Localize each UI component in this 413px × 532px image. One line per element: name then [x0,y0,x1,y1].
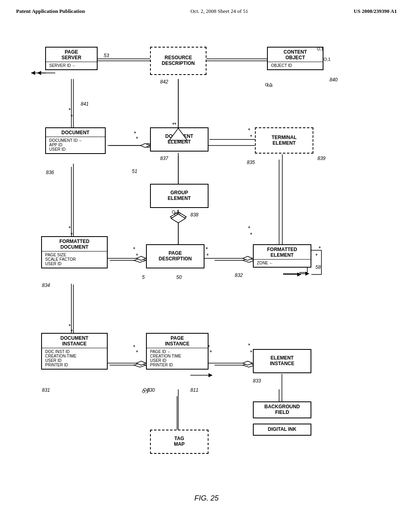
svg-text:O,1: O,1 [323,57,331,62]
label-838: 838 [190,212,198,218]
svg-marker-27 [209,373,213,377]
label-841: 841 [81,101,89,107]
document-title: DOCUMENT [49,130,102,135]
header-left: Patent Application Publication [16,8,85,15]
svg-text:*: * [69,107,71,113]
tag-map-title: TAGMAP [174,436,185,447]
element-instance-title: ELEMENTINSTANCE [270,355,294,366]
background-field-box: BACKGROUNDFIELD [253,401,311,418]
digital-ink-box: DIGITAL INK [253,424,311,436]
page-instance-fields: PAGE ID ←CREATION TIMEUSER IDPRINTER ID [150,349,204,367]
page-description-title: PAGEDESCRIPTION [159,250,192,262]
label-5: 5 [142,274,145,280]
svg-marker-30 [297,272,301,276]
svg-text:*: * [248,342,250,349]
header-center: Oct. 2, 2008 Sheet 24 of 51 [190,8,248,15]
label-836: 836 [46,170,54,175]
resource-description-box: RESOURCEDESCRIPTION [150,47,206,75]
page-instance-title: PAGEINSTANCE [150,335,204,347]
svg-marker-36 [31,71,35,75]
document-box: DOCUMENT DOCUMENT ID ←APP IDUSER ID [45,127,106,154]
page: Patent Application Publication Oct. 2, 2… [0,0,413,532]
label-58: 58 [315,264,321,270]
content-object-title: CONTENTOBJECT [271,49,319,60]
svg-text:*: * [69,225,71,231]
label-833-bottom: 833 [253,378,261,384]
label-832: 832 [235,272,243,278]
svg-marker-22 [134,363,146,367]
formatted-element-title: FORMATTEDELEMENT [257,247,307,258]
label-839: 839 [317,156,325,161]
label-51: 51 [132,168,137,174]
document-instance-fields: DOC INST IDCREATION TIMEUSER IDPRINTER I… [45,349,104,367]
content-object-box: O,1 CONTENTOBJECT OBJECT ID [267,47,323,70]
page-header: Patent Application Publication Oct. 2, 2… [16,8,397,15]
svg-marker-61 [243,361,252,365]
document-instance-box: DOCUMENTINSTANCE DOC INST IDCREATION TIM… [41,333,108,370]
group-element-title: GROUPELEMENT [168,190,191,201]
document-instance-title: DOCUMENTINSTANCE [45,335,104,347]
background-field-title: BACKGROUNDFIELD [265,404,300,415]
formatted-document-box: FORMATTEDDOCUMENT PAGE SIZESCALE FACTORU… [41,236,108,268]
document-element-title: DOCUMENTELEMENT [165,133,193,145]
svg-marker-40 [140,143,150,148]
label-811: 811 [190,387,198,393]
diagram: PAGESERVER SERVER ID ← 53 RESOURCEDESCRI… [17,27,396,490]
formatted-element-fields: ZONE ← [257,261,307,265]
svg-marker-59 [136,361,146,365]
label-831: 831 [42,387,50,393]
label-53: 53 [104,53,109,58]
label-837: 837 [160,156,168,161]
svg-text:*: * [133,246,136,252]
digital-ink-title: DIGITAL INK [268,426,296,432]
label-835: 835 [247,160,255,165]
document-fields: DOCUMENT ID ←APP IDUSER ID [49,138,102,152]
svg-marker-52 [243,256,252,260]
svg-marker-13 [134,258,146,262]
resource-description-title: RESOURCEDESCRIPTION [162,55,195,66]
group-element-box: GROUPELEMENT [150,184,209,208]
tag-map-box: TAGMAP [150,430,209,454]
label-840: 840 [330,77,338,83]
page-server-fields: SERVER ID ← [49,63,94,68]
svg-marker-65 [305,272,309,276]
page-description-box: PAGEDESCRIPTION [146,244,204,268]
formatted-element-box: FORMATTEDELEMENT ZONE ← [253,244,311,268]
label-50: 50 [176,274,181,280]
formatted-document-fields: PAGE SIZESCALE FACTORUSER ID [45,253,104,266]
content-object-fields: OBJECT ID [271,63,319,68]
header-right: US 2008/239390 A1 [354,8,397,15]
label-834: 834 [42,283,50,288]
svg-text:*: * [248,127,250,133]
svg-text:*: * [248,225,250,231]
terminal-element-title: TERMINALELEMENT [272,135,297,146]
page-server-box: PAGESERVER SERVER ID ← [45,47,98,70]
element-instance-box: ELEMENTINSTANCE [253,349,311,373]
svg-text:*: * [206,246,208,252]
figure-caption: FIG. 25 [16,494,397,503]
page-server-title: PAGESERVER [49,49,94,60]
page-instance-box: PAGEINSTANCE PAGE ID ←CREATION TIMEUSER … [146,333,209,370]
svg-text:*: * [133,344,136,350]
terminal-element-box: TERMINALELEMENT [255,127,313,154]
formatted-document-title: FORMATTEDDOCUMENT [45,239,104,250]
document-element-box: DOCUMENTELEMENT [150,127,209,152]
svg-text:*: * [319,245,321,251]
svg-marker-3 [37,71,41,75]
label-842: 842 [160,79,168,85]
